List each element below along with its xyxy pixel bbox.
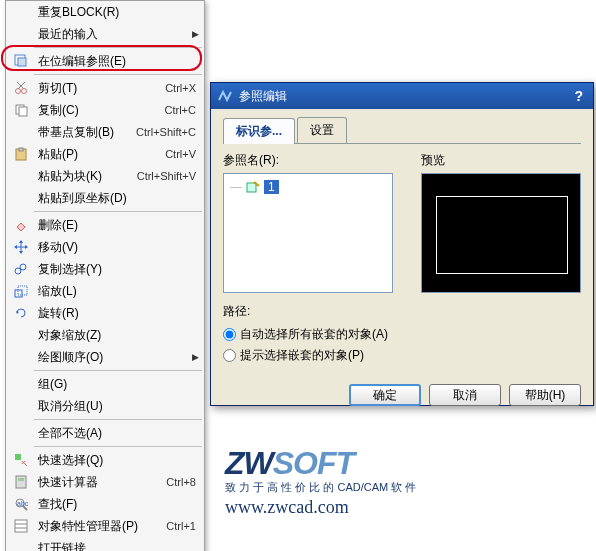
menu-shortcut: Ctrl+1 xyxy=(166,520,200,532)
svg-rect-17 xyxy=(16,476,26,488)
titlebar-help-icon[interactable]: ? xyxy=(570,88,587,104)
dialog-titlebar[interactable]: 参照编辑 ? xyxy=(211,83,593,109)
menu-deselect-all[interactable]: 全部不选(A) xyxy=(6,422,204,444)
edit-ref-icon xyxy=(10,51,32,71)
menu-shortcut: Ctrl+X xyxy=(165,82,200,94)
menu-object-zoom[interactable]: 对象缩放(Z) xyxy=(6,324,204,346)
menu-copy-with-base[interactable]: 带基点复制(B) Ctrl+Shift+C xyxy=(6,121,204,143)
menu-find[interactable]: abc 查找(F) xyxy=(6,493,204,515)
svg-point-3 xyxy=(22,89,27,94)
path-label: 路径: xyxy=(223,303,581,320)
svg-point-13 xyxy=(20,264,26,270)
menu-copy-selection[interactable]: 复制选择(Y) xyxy=(6,258,204,280)
preview-box xyxy=(421,173,581,293)
menu-label: 旋转(R) xyxy=(32,305,200,322)
radio-auto-select[interactable]: 自动选择所有嵌套的对象(A) xyxy=(223,326,581,343)
preview-frame xyxy=(436,196,568,274)
menu-group[interactable]: 组(G) xyxy=(6,373,204,395)
svg-rect-1 xyxy=(18,58,26,66)
menu-label: 取消分组(U) xyxy=(32,398,200,415)
menu-paste-orig-coords[interactable]: 粘贴到原坐标(D) xyxy=(6,187,204,209)
menu-draw-order[interactable]: 绘图顺序(O) ▶ xyxy=(6,346,204,368)
svg-rect-7 xyxy=(19,107,27,116)
blank-icon xyxy=(10,538,32,551)
menu-label: 组(G) xyxy=(32,376,200,393)
menu-scale[interactable]: 缩放(L) xyxy=(6,280,204,302)
blank-icon xyxy=(10,423,32,443)
tab-bar: 标识参... 设置 xyxy=(223,117,581,144)
menu-shortcut: Ctrl+8 xyxy=(166,476,200,488)
app-icon xyxy=(217,88,233,104)
menu-label: 最近的输入 xyxy=(32,26,190,43)
blank-icon xyxy=(10,2,32,22)
menu-label: 快速选择(Q) xyxy=(32,452,200,469)
find-icon: abc xyxy=(10,494,32,514)
menu-quick-calc[interactable]: 快速计算器 Ctrl+8 xyxy=(6,471,204,493)
menu-label: 对象缩放(Z) xyxy=(32,327,200,344)
menu-label: 绘图顺序(O) xyxy=(32,349,190,366)
tree-node[interactable]: ┈┈ 1 xyxy=(230,180,386,194)
tab-settings[interactable]: 设置 xyxy=(297,117,347,143)
qselect-icon xyxy=(10,450,32,470)
menu-label: 全部不选(A) xyxy=(32,425,200,442)
radio-label: 提示选择嵌套的对象(P) xyxy=(240,347,364,364)
radio-prompt-select[interactable]: 提示选择嵌套的对象(P) xyxy=(223,347,581,364)
menu-label: 删除(E) xyxy=(32,217,200,234)
ok-button[interactable]: 确定 xyxy=(349,384,421,406)
calc-icon xyxy=(10,472,32,492)
scale-icon xyxy=(10,281,32,301)
menu-label: 剪切(T) xyxy=(32,80,165,97)
menu-recent-input[interactable]: 最近的输入 ▶ xyxy=(6,23,204,45)
menu-cut[interactable]: 剪切(T) Ctrl+X xyxy=(6,77,204,99)
menu-copy[interactable]: 复制(C) Ctrl+C xyxy=(6,99,204,121)
blank-icon xyxy=(10,347,32,367)
dialog-buttons: 确定 取消 帮助(H) xyxy=(211,376,593,414)
radio-prompt-select-input[interactable] xyxy=(223,349,236,362)
logo-text: ZWSOFT xyxy=(225,445,416,482)
menu-separator xyxy=(34,74,202,75)
menu-edit-reference-inplace[interactable]: 在位编辑参照(E) xyxy=(6,50,204,72)
menu-paste-as-block[interactable]: 粘贴为块(K) Ctrl+Shift+V xyxy=(6,165,204,187)
block-icon xyxy=(246,180,260,194)
radio-label: 自动选择所有嵌套的对象(A) xyxy=(240,326,388,343)
help-button[interactable]: 帮助(H) xyxy=(509,384,581,406)
menu-separator xyxy=(34,419,202,420)
cut-icon xyxy=(10,78,32,98)
zwsoft-logo: ZWSOFT 致 力 于 高 性 价 比 的 CAD/CAM 软 件 www.z… xyxy=(225,445,416,518)
menu-label: 打开链接 xyxy=(32,540,200,552)
refname-label: 参照名(R): xyxy=(223,152,405,169)
menu-label: 缩放(L) xyxy=(32,283,200,300)
tab-identify-ref[interactable]: 标识参... xyxy=(223,118,295,144)
menu-separator xyxy=(34,446,202,447)
svg-line-4 xyxy=(18,82,25,89)
menu-open-link[interactable]: 打开链接 xyxy=(6,537,204,551)
menu-label: 快速计算器 xyxy=(32,474,166,491)
menu-label: 重复BLOCK(R) xyxy=(32,4,200,21)
blank-icon xyxy=(10,24,32,44)
menu-label: 在位编辑参照(E) xyxy=(32,53,200,70)
blank-icon xyxy=(10,374,32,394)
svg-rect-9 xyxy=(19,148,23,151)
svg-rect-25 xyxy=(247,183,256,192)
submenu-arrow-icon: ▶ xyxy=(190,352,200,362)
menu-delete[interactable]: 删除(E) xyxy=(6,214,204,236)
blank-icon xyxy=(10,325,32,345)
menu-quick-select[interactable]: 快速选择(Q) xyxy=(6,449,204,471)
menu-separator xyxy=(34,47,202,48)
menu-separator xyxy=(34,211,202,212)
radio-auto-select-input[interactable] xyxy=(223,328,236,341)
menu-paste[interactable]: 粘贴(P) Ctrl+V xyxy=(6,143,204,165)
paste-icon xyxy=(10,144,32,164)
copy-icon xyxy=(10,100,32,120)
menu-ungroup[interactable]: 取消分组(U) xyxy=(6,395,204,417)
menu-move[interactable]: 移动(V) xyxy=(6,236,204,258)
menu-properties[interactable]: 对象特性管理器(P) Ctrl+1 xyxy=(6,515,204,537)
menu-separator xyxy=(34,370,202,371)
move-icon xyxy=(10,237,32,257)
blank-icon xyxy=(10,396,32,416)
reference-edit-dialog: 参照编辑 ? 标识参... 设置 参照名(R): ┈┈ 1 xyxy=(210,82,594,406)
menu-repeat-block[interactable]: 重复BLOCK(R) xyxy=(6,1,204,23)
reference-tree[interactable]: ┈┈ 1 xyxy=(223,173,393,293)
menu-rotate[interactable]: 旋转(R) xyxy=(6,302,204,324)
cancel-button[interactable]: 取消 xyxy=(429,384,501,406)
